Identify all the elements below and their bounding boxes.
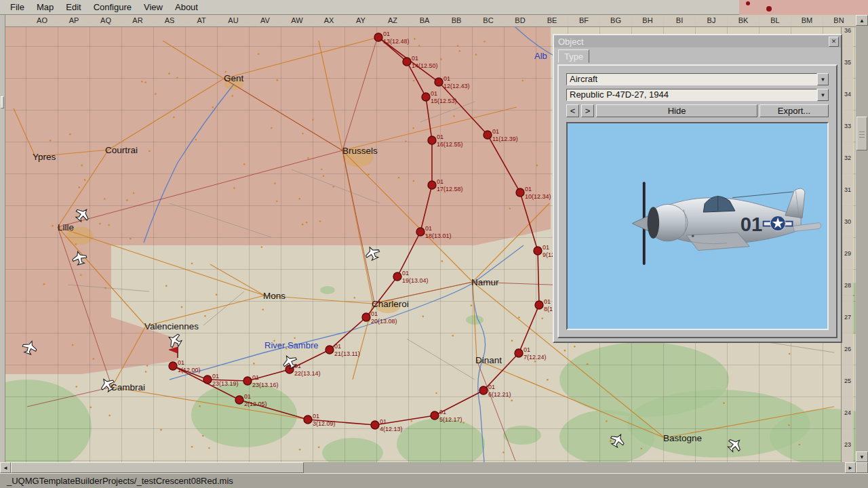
object-type-dropdown-button[interactable]: ▼ <box>817 73 829 85</box>
waypoint-dot[interactable] <box>393 272 401 281</box>
city-label-ypres: Ypres <box>33 152 56 162</box>
waypoint-dot[interactable] <box>534 247 542 255</box>
object-type-value[interactable]: Aircraft <box>566 73 817 85</box>
waypoint-dot[interactable] <box>484 131 492 139</box>
close-button[interactable]: ✕ <box>829 37 839 47</box>
menu-view[interactable]: View <box>138 1 169 14</box>
grid-column-label: BJ <box>707 16 716 24</box>
menu-configure[interactable]: Configure <box>87 1 138 14</box>
waypoint-label: 13(12.48) <box>383 38 410 45</box>
grid-row-label: 34 <box>842 91 854 98</box>
scroll-right-icon: ► <box>848 465 853 471</box>
waypoint-dot[interactable] <box>428 181 436 189</box>
waypoint-dot[interactable] <box>304 415 312 424</box>
scroll-up-button[interactable]: ▲ <box>856 15 868 26</box>
object-model-dropdown-button[interactable]: ▼ <box>817 89 829 101</box>
waypoint-dot[interactable] <box>235 396 243 404</box>
vertical-scroll-thumb[interactable] <box>856 117 867 150</box>
dialog-titlebar[interactable]: Object ✕ <box>554 35 841 47</box>
waypoint-dot[interactable] <box>435 78 443 86</box>
waypoint-dot[interactable] <box>371 421 379 429</box>
menu-map[interactable]: Map <box>31 1 60 14</box>
scroll-left-icon: ◄ <box>3 465 8 471</box>
city-label-brussels: Brussels <box>342 146 378 156</box>
waypoint-aircraft-id: 01 <box>178 359 184 366</box>
waypoint-dot[interactable] <box>515 349 523 357</box>
next-object-button[interactable]: > <box>581 104 594 117</box>
prev-object-button[interactable]: < <box>566 104 579 117</box>
vertical-scrollbar[interactable]: ▲ ▼ <box>856 15 868 462</box>
waypoint-aircraft-id: 01 <box>443 75 450 82</box>
waypoint-dot[interactable] <box>416 228 425 236</box>
waypoint-aircraft-id: 01 <box>488 384 495 390</box>
city-label-bastogne: Bastogne <box>663 433 702 443</box>
grid-column-label: BB <box>452 16 462 24</box>
object-dialog[interactable]: Object ✕ Type Aircraft ▼ Republic P-47D-… <box>553 34 842 343</box>
waypoint-aircraft-id: 01 <box>542 244 549 251</box>
menu-about[interactable]: About <box>169 1 204 14</box>
waypoint-aircraft-id: 01 <box>525 186 532 192</box>
export-button[interactable]: Export... <box>760 104 829 117</box>
waypoint-label: 22(13.14) <box>294 370 321 377</box>
grid-row-label: 36 <box>842 27 854 34</box>
window-left-border[interactable] <box>0 15 5 462</box>
grid-column-label: BK <box>738 16 749 24</box>
waypoint-dot[interactable] <box>479 386 488 394</box>
city-label-namur: Namur <box>471 277 499 287</box>
waypoint-aircraft-id: 01 <box>383 30 390 37</box>
city-label-mons: Mons <box>263 291 285 301</box>
grid-column-label: BA <box>420 16 430 24</box>
horizontal-scroll-thumb[interactable] <box>11 462 304 473</box>
dialog-title: Object <box>558 37 829 47</box>
scroll-down-button[interactable]: ▼ <box>856 451 868 462</box>
tab-type[interactable]: Type <box>558 49 589 63</box>
grid-column-label: AQ <box>100 16 111 24</box>
waypoint-dot[interactable] <box>422 93 430 101</box>
waypoint-dot[interactable] <box>403 58 411 66</box>
city-label-dinant: Dinant <box>475 355 502 365</box>
forest-area <box>320 286 335 294</box>
chevron-down-icon: ▼ <box>821 77 826 83</box>
menu-edit[interactable]: Edit <box>60 1 87 14</box>
hide-button[interactable]: Hide <box>596 104 757 117</box>
waypoint-dot[interactable] <box>535 301 543 309</box>
grid-column-label: AP <box>69 16 79 24</box>
waypoint-dot[interactable] <box>374 33 382 41</box>
waypoint-label: 3(12.09) <box>313 420 336 427</box>
splitter-handle[interactable] <box>1 96 4 108</box>
waypoint-aircraft-id: 01 <box>425 225 432 232</box>
waypoint-dot[interactable] <box>203 375 212 384</box>
waypoint-label: 5(12.17) <box>439 416 462 423</box>
grid-row-label: 29 <box>842 250 854 257</box>
grid-column-header: AOAPAQARASATAUAVAWAXAYAZBABBBCBDBEBFBGBH… <box>5 15 856 27</box>
waypoint-label: 19(13.04) <box>402 277 429 284</box>
map-dot <box>766 6 772 12</box>
object-model-combo[interactable]: Republic P-47D-27, 1944 ▼ <box>566 89 829 101</box>
waypoint-dot[interactable] <box>362 313 370 321</box>
menu-file[interactable]: File <box>4 1 31 14</box>
waypoint-label: 20(13.08) <box>371 318 397 325</box>
waypoint-dot[interactable] <box>326 346 334 354</box>
grid-column-label: BH <box>642 16 652 24</box>
horizontal-scrollbar[interactable]: ◄ ► <box>0 462 856 473</box>
waypoint-dot[interactable] <box>169 362 177 370</box>
waypoint-dot[interactable] <box>243 377 252 385</box>
scroll-right-button[interactable]: ► <box>845 462 856 473</box>
waypoint-label: 16(12.55) <box>437 141 463 148</box>
waypoint-aircraft-id: 01 <box>252 374 259 381</box>
scroll-left-button[interactable]: ◄ <box>0 462 11 473</box>
waypoint-aircraft-id: 01 <box>437 178 443 185</box>
waypoint-dot[interactable] <box>516 188 524 197</box>
waypoint-dot[interactable] <box>431 411 439 420</box>
waypoint-label: 4(12.13) <box>380 426 403 432</box>
waypoint-dot[interactable] <box>428 136 436 144</box>
grid-column-label: AS <box>165 16 175 24</box>
waypoint-aircraft-id: 01 <box>492 128 499 135</box>
grid-column-label: BL <box>770 16 779 24</box>
object-type-combo[interactable]: Aircraft ▼ <box>566 73 829 85</box>
grid-row-label: 32 <box>842 155 854 161</box>
grid-column-label: AV <box>260 16 270 24</box>
object-model-value[interactable]: Republic P-47D-27, 1944 <box>566 89 817 101</box>
map-corner-fragment <box>739 0 868 15</box>
waypoint-label: 15(12.53) <box>431 98 457 104</box>
